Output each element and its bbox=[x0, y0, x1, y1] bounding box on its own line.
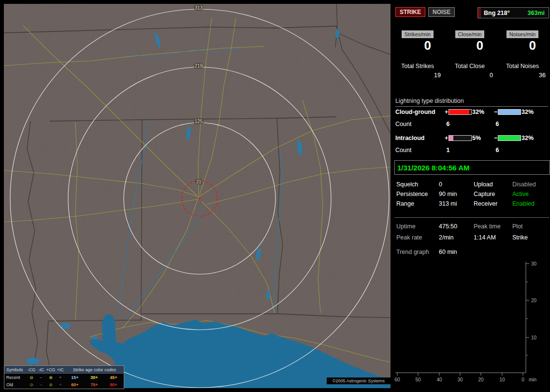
range-ring-label: 219 bbox=[195, 63, 203, 69]
receiver-label: Receiver bbox=[474, 200, 497, 207]
close-per-min-col: Close/min 0 bbox=[447, 30, 493, 53]
peak-rate-value: 2/min bbox=[439, 234, 454, 241]
plot-value: Strike bbox=[512, 234, 528, 241]
uptime-label: Uptime bbox=[396, 223, 416, 230]
trend-x-tick: 20 bbox=[478, 377, 484, 382]
trend-y-tick: 20 bbox=[531, 298, 537, 303]
cg-plus-pct: 32% bbox=[472, 109, 484, 115]
settings-row: Squelch 0 Upload Disabled bbox=[394, 181, 550, 190]
ic-plus-pct: 5% bbox=[472, 135, 481, 141]
legend-col-neg-ic: -IC bbox=[36, 367, 46, 372]
noise-toggle-button[interactable]: NOISE bbox=[428, 7, 455, 17]
upload-label: Upload bbox=[474, 181, 493, 188]
total-strikes-label: Total Strikes bbox=[394, 63, 441, 70]
capture-label: Capture bbox=[474, 191, 495, 197]
range-ring-label: 125 bbox=[195, 119, 203, 124]
squelch-value: 0 bbox=[439, 181, 442, 188]
ic-minus-bar-fill bbox=[498, 136, 521, 140]
strike-toggle-button[interactable]: STRIKE bbox=[395, 7, 425, 17]
trend-graph-label: Trend graph bbox=[396, 249, 429, 255]
map-area: 313 219 125 31 Symbols -CG -IC +CG +IC S… bbox=[4, 4, 391, 388]
pos-cg-symbol-icon: ⊕ bbox=[46, 382, 56, 387]
trend-y-tick: 10 bbox=[531, 335, 537, 340]
uptime-value: 475:50 bbox=[439, 223, 457, 230]
legend-row-label: Old bbox=[4, 382, 27, 387]
plot-label: Plot bbox=[512, 223, 523, 230]
copyright-notice: ©2005 Astrogenic Systems bbox=[327, 378, 391, 384]
squelch-label: Squelch bbox=[396, 181, 418, 188]
total-close-value: 0 bbox=[447, 72, 503, 79]
plus-sign: + bbox=[445, 135, 448, 141]
ic-minus-count: 6 bbox=[486, 147, 508, 154]
peak-rate-label: Peak rate bbox=[396, 234, 422, 241]
receiver-status: Enabled bbox=[512, 200, 535, 207]
legend-col-pos-cg: +CG bbox=[46, 367, 56, 372]
noises-per-min-col: Noises/min 0 bbox=[499, 30, 546, 53]
persistence-value: 90 min bbox=[439, 191, 457, 197]
cg-plus-bar bbox=[449, 109, 472, 115]
app-window: 313 219 125 31 Symbols -CG -IC +CG +IC S… bbox=[0, 0, 550, 392]
pos-ic-symbol-icon: + bbox=[56, 382, 65, 387]
noises-per-min-label: Noises/min bbox=[507, 30, 538, 38]
total-noises-label: Total Noises bbox=[499, 63, 546, 70]
legend-col-neg-cg: -CG bbox=[27, 367, 36, 372]
cloud-ground-count-row: Count 6 6 bbox=[394, 121, 550, 128]
legend-recent-row: Recent ⊖ − ⊕ + 15+ 30+ 45+ bbox=[4, 374, 124, 381]
distribution-title: Lightning type distribution bbox=[395, 98, 548, 107]
radar-map[interactable]: 313 219 125 31 bbox=[4, 4, 391, 388]
legend-row-label: Recent bbox=[4, 375, 27, 380]
ic-minus-pct: 32% bbox=[521, 135, 534, 141]
cg-plus-bar-fill bbox=[449, 110, 469, 114]
legend-old-row: Old ⊖ − ⊕ + 60+ 75+ 90+ bbox=[4, 381, 124, 388]
range-ring-label: 31 bbox=[196, 179, 202, 184]
legend-col-pos-ic: +IC bbox=[56, 367, 65, 372]
age-code: 75+ bbox=[85, 382, 104, 387]
legend-age-header: Strike age color codes bbox=[65, 367, 124, 372]
sensor-location-marker bbox=[199, 197, 201, 199]
bearing-accent-bar bbox=[478, 8, 481, 18]
peak-time-label: Peak time bbox=[474, 223, 501, 230]
strikes-per-min-value: 0 bbox=[394, 38, 441, 53]
bearing-box: Bng 218° 363mi bbox=[478, 7, 549, 18]
neg-ic-symbol-icon: − bbox=[36, 375, 46, 380]
cg-minus-count: 6 bbox=[486, 121, 508, 127]
bearing-distance-value: 363mi bbox=[528, 10, 545, 16]
status-panel: STRIKE NOISE Bng 218° 363mi Strikes/min … bbox=[394, 4, 550, 388]
neg-cg-symbol-icon: ⊖ bbox=[27, 375, 36, 380]
intracloud-count-row: Count 1 6 bbox=[394, 147, 550, 154]
age-code: 45+ bbox=[104, 375, 123, 380]
trend-x-tick: 40 bbox=[436, 377, 442, 382]
age-code: 90+ bbox=[104, 382, 123, 387]
settings-row: Range 313 mi Receiver Enabled bbox=[394, 200, 550, 209]
range-value: 313 mi bbox=[439, 200, 457, 207]
age-code: 30+ bbox=[85, 375, 104, 380]
ic-plus-bar bbox=[449, 135, 472, 141]
capture-status: Active bbox=[512, 191, 529, 197]
bearing-label: Bng 218° bbox=[484, 10, 510, 16]
ic-minus-bar bbox=[498, 135, 521, 141]
upload-status: Disabled bbox=[512, 181, 536, 188]
trend-x-tick: 0 bbox=[521, 377, 524, 382]
cg-plus-count: 6 bbox=[437, 121, 459, 127]
total-noises-value: 36 bbox=[499, 72, 550, 79]
close-per-min-value: 0 bbox=[447, 38, 493, 53]
count-label: Count bbox=[395, 121, 411, 127]
strikes-per-min-label: Strikes/min bbox=[402, 30, 434, 38]
trend-y-tick: 30 bbox=[531, 261, 537, 266]
intracloud-label: Intracloud bbox=[395, 135, 424, 141]
cloud-ground-label: Cloud-ground bbox=[395, 109, 435, 115]
minus-sign: − bbox=[494, 109, 497, 115]
noises-per-min-value: 0 bbox=[499, 38, 546, 53]
trend-x-tick: 10 bbox=[499, 377, 505, 382]
age-code: 15+ bbox=[65, 375, 85, 380]
strikes-per-min-col: Strikes/min 0 bbox=[394, 30, 441, 53]
section-divider bbox=[394, 217, 549, 218]
persistence-label: Persistence bbox=[396, 191, 428, 197]
plus-sign: + bbox=[445, 109, 448, 115]
minus-sign: − bbox=[494, 135, 497, 141]
settings-row: Persistence 90 min Capture Active bbox=[394, 191, 550, 199]
close-per-min-label: Close/min bbox=[455, 30, 485, 38]
trend-graph: 30 20 10 60 50 40 30 20 10 0 min bbox=[394, 256, 550, 386]
total-close-label: Total Close bbox=[447, 63, 493, 70]
pos-cg-symbol-icon: ⊕ bbox=[46, 375, 56, 380]
